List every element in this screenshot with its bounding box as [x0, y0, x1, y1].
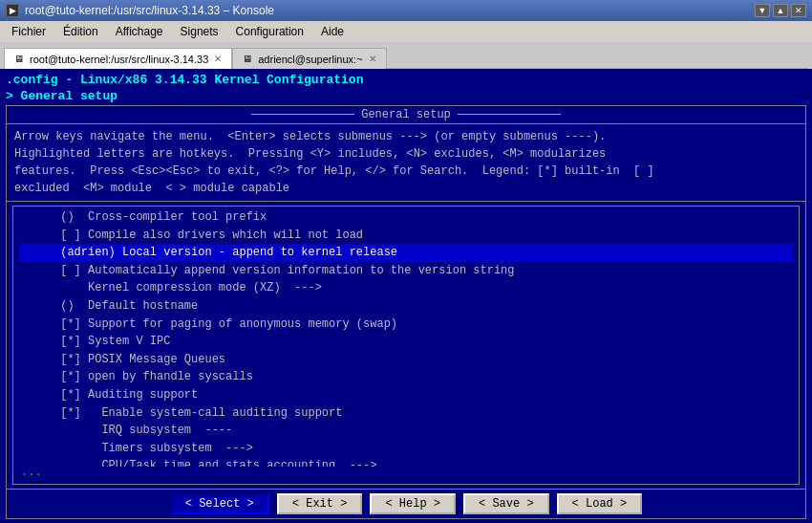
tab-bar: 🖥 root@tuto-kernel:/usr/src/linux-3.14.3…: [0, 42, 812, 69]
menu-line-6[interactable]: [*] Support for paging of anonymous memo…: [19, 316, 793, 334]
menu-fichier[interactable]: Fichier: [4, 22, 53, 41]
menu-edition[interactable]: Édition: [55, 22, 106, 41]
menu-line-13[interactable]: Timers subsystem --->: [19, 440, 793, 458]
tab-label-0: root@tuto-kernel:/usr/src/linux-3.14.33: [30, 54, 208, 65]
menu-configuration[interactable]: Configuration: [228, 22, 311, 41]
bottom-btn-2[interactable]: < Help >: [370, 493, 456, 514]
menu-aide[interactable]: Aide: [313, 22, 352, 41]
menu-affichage[interactable]: Affichage: [108, 22, 171, 41]
green-dots: ···: [13, 467, 799, 484]
menu-line-11[interactable]: [*] Enable system-call auditing support: [19, 404, 793, 423]
info-line-3: excluded <M> module < > module capable: [14, 180, 798, 197]
menu-signets[interactable]: Signets: [173, 22, 226, 41]
title-bar: ▶ root@tuto-kernel:/usr/src/linux-3.14.3…: [0, 0, 812, 21]
title-bar-left: ▶ root@tuto-kernel:/usr/src/linux-3.14.3…: [6, 4, 274, 17]
tab-0[interactable]: 🖥 root@tuto-kernel:/usr/src/linux-3.14.3…: [4, 48, 232, 69]
menu-line-3[interactable]: [ ] Automatically append version informa…: [19, 262, 793, 280]
tab-label-1: adriencl@superlinux:~: [258, 54, 362, 65]
info-line-1: Highlighted letters are hotkeys. Pressin…: [14, 145, 798, 163]
menu-line-10[interactable]: [*] Auditing support: [19, 386, 793, 404]
bottom-buttons: < Select >< Exit >< Help >< Save >< Load…: [7, 489, 805, 518]
tab-icon-1: 🖥: [243, 54, 252, 64]
outer-box: ─────────────── General setup ──────────…: [6, 105, 806, 519]
inner-box: () Cross-compiler tool prefix [ ] Compil…: [12, 206, 800, 485]
tab-close-1[interactable]: ✕: [369, 54, 376, 64]
breadcrumb: > General setup: [6, 89, 806, 103]
menu-content: () Cross-compiler tool prefix [ ] Compil…: [13, 207, 799, 467]
bottom-btn-0[interactable]: < Select >: [170, 493, 269, 514]
window-title: root@tuto-kernel:/usr/src/linux-3.14.33 …: [25, 4, 274, 17]
menu-line-14[interactable]: CPU/Task time and stats accounting --->: [19, 457, 793, 467]
box-title: ─────────────── General setup ──────────…: [7, 106, 805, 124]
menu-line-7[interactable]: [*] System V IPC: [19, 333, 793, 351]
title-bar-buttons[interactable]: ▼ ▲ ✕: [755, 4, 806, 17]
bottom-btn-3[interactable]: < Save >: [463, 493, 549, 514]
menu-line-9[interactable]: [*] open by fhandle syscalls: [19, 368, 793, 386]
tab-separator: [387, 68, 808, 69]
info-line-0: Arrow keys navigate the menu. <Enter> se…: [14, 128, 798, 145]
maximize-button[interactable]: ▲: [773, 4, 788, 17]
terminal-icon: ▶: [6, 4, 19, 17]
bottom-btn-4[interactable]: < Load >: [557, 493, 643, 514]
menu-line-12[interactable]: IRQ subsystem ----: [19, 422, 793, 440]
config-title: .config - Linux/x86 3.14.33 Kernel Confi…: [6, 73, 806, 87]
menu-line-5[interactable]: () Default hostname: [19, 297, 793, 316]
menu-line-2[interactable]: (adrien) Local version - append to kerne…: [19, 244, 793, 262]
terminal: .config - Linux/x86 3.14.33 Kernel Confi…: [0, 69, 812, 523]
bottom-btn-1[interactable]: < Exit >: [277, 493, 363, 514]
info-line-2: features. Press <Esc><Esc> to exit, <?> …: [14, 163, 798, 180]
tab-close-0[interactable]: ✕: [214, 54, 222, 64]
close-button[interactable]: ✕: [791, 4, 806, 17]
menu-line-1[interactable]: [ ] Compile also drivers which will not …: [19, 227, 793, 245]
menu-bar: Fichier Édition Affichage Signets Config…: [0, 21, 812, 42]
info-area: Arrow keys navigate the menu. <Enter> se…: [7, 124, 805, 202]
tab-icon-0: 🖥: [14, 54, 24, 64]
menu-line-8[interactable]: [*] POSIX Message Queues: [19, 351, 793, 369]
minimize-button[interactable]: ▼: [755, 4, 770, 17]
menu-line-0[interactable]: () Cross-compiler tool prefix: [19, 208, 793, 227]
menu-line-4[interactable]: Kernel compression mode (XZ) --->: [19, 279, 793, 297]
tab-1[interactable]: 🖥 adriencl@superlinux:~ ✕: [232, 48, 386, 69]
